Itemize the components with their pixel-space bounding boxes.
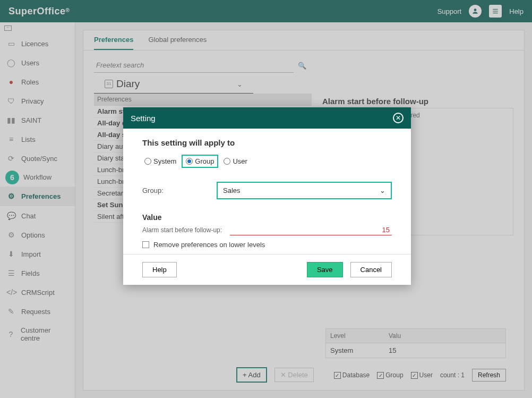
radio-system[interactable]: System <box>142 156 178 166</box>
group-select[interactable]: Sales ⌄ <box>217 182 392 199</box>
radio-user[interactable]: User <box>221 156 249 166</box>
help-button[interactable]: Help <box>142 262 177 277</box>
value-title: Value <box>142 213 392 222</box>
remove-lower-checkbox[interactable] <box>142 241 149 248</box>
apply-title: This setting will apply to <box>142 138 392 147</box>
close-icon[interactable]: ✕ <box>393 113 404 123</box>
radio-group[interactable]: Group <box>182 155 218 168</box>
group-value: Sales <box>223 187 241 194</box>
value-input[interactable] <box>230 225 392 235</box>
remove-lower-label: Remove preferences on lower levels <box>153 241 265 249</box>
chevron-down-icon: ⌄ <box>380 187 385 194</box>
group-label: Group: <box>142 187 195 194</box>
save-button[interactable]: Save <box>307 262 343 277</box>
modal-title: Setting <box>131 114 156 123</box>
setting-dialog: Setting ✕ This setting will apply to Sys… <box>123 107 411 285</box>
cancel-button[interactable]: Cancel <box>350 262 392 277</box>
value-field-label: Alarm start before follow-up: <box>142 226 225 234</box>
